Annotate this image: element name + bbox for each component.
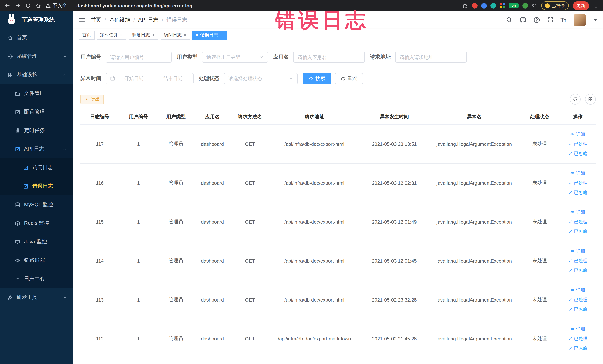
close-tab-icon[interactable] — [220, 33, 223, 37]
breadcrumb-item[interactable]: API 日志 — [138, 16, 159, 23]
caret-down-icon[interactable] — [593, 18, 597, 22]
sidebar-item[interactable]: 访问日志 — [0, 158, 73, 177]
detail-link[interactable]: 详细 — [561, 168, 594, 178]
mark-ignored-link[interactable]: 已忽略 — [561, 188, 594, 197]
sidebar-item[interactable]: 首页 — [0, 29, 73, 47]
mark-ignored-link[interactable]: 已忽略 — [561, 343, 594, 353]
mark-ignored-link[interactable]: 已忽略 — [561, 149, 594, 158]
column-settings-button[interactable] — [585, 94, 596, 105]
export-button[interactable]: 导出 — [81, 94, 104, 104]
mark-processed-link[interactable]: 已处理 — [561, 178, 594, 188]
extension-icon[interactable] — [532, 3, 537, 8]
detail-link[interactable]: 详细 — [561, 207, 594, 217]
font-size-icon[interactable]: TT — [560, 16, 566, 23]
search-icon[interactable] — [506, 17, 512, 23]
db-icon — [15, 202, 20, 208]
folder-icon — [15, 91, 20, 96]
mark-ignored-link[interactable]: 已忽略 — [561, 227, 594, 236]
view-tab[interactable]: 错误日志 — [192, 31, 227, 39]
extension-icon[interactable] — [522, 3, 528, 8]
user-avatar[interactable] — [573, 13, 586, 26]
bookmark-star-icon[interactable] — [462, 3, 468, 9]
extension-icon[interactable]: on — [509, 3, 519, 8]
breadcrumb-separator: / — [133, 17, 135, 23]
extension-icon[interactable] — [472, 3, 477, 8]
download-icon — [84, 97, 89, 101]
extension-icon[interactable] — [481, 3, 487, 8]
update-button[interactable]: 更新 — [573, 1, 589, 10]
mark-ignored-link[interactable]: 已忽略 — [561, 305, 594, 314]
mark-processed-link[interactable]: 已处理 — [561, 139, 594, 149]
sidebar-item[interactable]: MySQL 监控 — [0, 195, 73, 214]
mark-processed-link[interactable]: 已处理 — [561, 295, 594, 305]
action-label: 已忽略 — [574, 189, 587, 196]
home-button-icon[interactable] — [35, 3, 41, 9]
action-label: 已处理 — [574, 219, 587, 225]
active-tab-dot — [196, 34, 198, 36]
view-tab[interactable]: 访问日志 — [161, 31, 190, 39]
request-url-input[interactable] — [395, 52, 467, 63]
sidebar-item[interactable]: API 日志 — [0, 140, 73, 158]
sidebar-item[interactable]: 系统管理 — [0, 47, 73, 66]
refresh-list-button[interactable] — [570, 94, 580, 105]
reload-icon[interactable] — [25, 3, 31, 8]
sidebar-item[interactable]: 基础设施 — [0, 66, 73, 84]
sidebar-item[interactable]: 定时任务 — [0, 121, 73, 140]
mark-ignored-link[interactable]: 已忽略 — [561, 266, 594, 275]
fullscreen-icon[interactable] — [547, 17, 553, 23]
detail-link[interactable]: 详细 — [561, 129, 594, 139]
paused-badge[interactable]: 已暂停 — [541, 1, 568, 10]
sidebar-item[interactable]: 配置管理 — [0, 103, 73, 121]
breadcrumb-separator: / — [162, 17, 163, 23]
check-icon — [568, 268, 573, 273]
app-name-input[interactable] — [293, 52, 365, 63]
extension-icon[interactable] — [499, 3, 505, 8]
sidebar-item[interactable]: Redis 监控 — [0, 214, 73, 233]
github-icon[interactable] — [519, 16, 526, 23]
sidebar-item[interactable]: 日志中心 — [0, 270, 73, 288]
detail-link[interactable]: 详细 — [561, 324, 594, 334]
extension-icon[interactable] — [490, 3, 496, 8]
forward-icon[interactable] — [15, 3, 21, 9]
user-id-input[interactable] — [106, 52, 172, 63]
sidebar-item[interactable]: 链路追踪 — [0, 251, 73, 270]
sidebar-toggle-icon[interactable] — [79, 16, 85, 23]
sidebar-item[interactable]: 文件管理 — [0, 84, 73, 103]
view-tab[interactable]: 调度日志 — [129, 31, 158, 39]
sidebar-item[interactable]: 错误日志 — [0, 177, 73, 195]
detail-link[interactable]: 详细 — [561, 285, 594, 295]
view-tab[interactable]: 定时任务 — [97, 31, 127, 39]
column-header: 操作 — [560, 109, 596, 124]
check-icon — [568, 336, 573, 341]
column-header: 异常发生时间 — [359, 109, 429, 124]
cell-time: 2021-05-02 21:45:28 — [359, 319, 429, 358]
mark-processed-link[interactable]: 已处理 — [561, 256, 594, 266]
cell-time: 2021-05-03 12:01:45 — [359, 241, 429, 280]
view-tab[interactable]: 首页 — [79, 31, 94, 39]
close-tab-icon[interactable] — [152, 33, 155, 37]
help-icon[interactable] — [533, 16, 540, 23]
sidebar-item[interactable]: Java 监控 — [0, 233, 73, 251]
breadcrumb-item[interactable]: 基础设施 — [109, 16, 130, 23]
detail-link[interactable]: 详细 — [561, 246, 594, 256]
browser-chrome: 不安全 dashboard.yudao.iocoder.cn/infra/log… — [0, 0, 603, 11]
mark-processed-link[interactable]: 已处理 — [561, 334, 594, 343]
url-text[interactable]: dashboard.yudao.iocoder.cn/infra/log/api… — [76, 3, 192, 8]
back-icon[interactable] — [4, 3, 10, 9]
breadcrumb-item[interactable]: 首页 — [91, 16, 101, 23]
security-label: 不安全 — [53, 2, 67, 9]
exception-time-range[interactable]: 开始日期 - 结束日期 — [106, 73, 194, 84]
process-status-select[interactable]: 请选择处理状态 — [224, 73, 298, 84]
reset-button[interactable]: 重置 — [335, 73, 363, 84]
app-logo[interactable]: 芋道管理系统 — [0, 11, 73, 29]
close-tab-icon[interactable] — [120, 33, 123, 37]
search-button[interactable]: 搜索 — [303, 73, 331, 84]
security-chip[interactable]: 不安全 — [46, 2, 67, 9]
mark-processed-link[interactable]: 已处理 — [561, 217, 594, 227]
sidebar-item[interactable]: 研发工具 — [0, 288, 73, 307]
browser-menu-icon[interactable] — [593, 3, 599, 8]
cell-exception: java.lang.IllegalArgumentException — [429, 163, 519, 202]
close-tab-icon[interactable] — [184, 33, 187, 37]
page-header: 首页/基础设施/API 日志/错误日志 TT — [73, 11, 603, 29]
user-type-select[interactable]: 请选择用户类型 — [202, 52, 268, 63]
